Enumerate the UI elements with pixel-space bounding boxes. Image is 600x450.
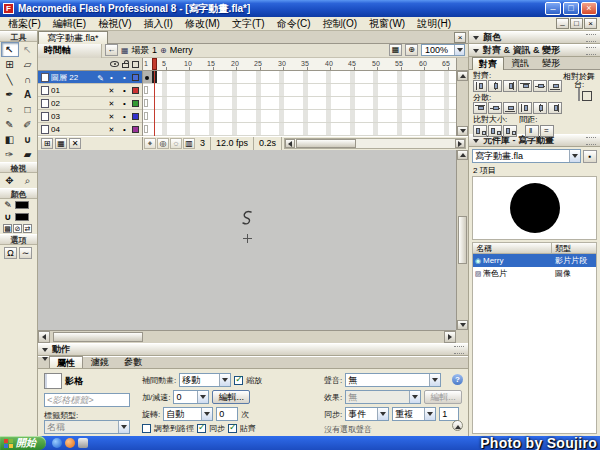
align-right-button[interactable] xyxy=(503,80,517,92)
rectangle-tool-icon[interactable] xyxy=(19,102,37,117)
layer-hidden-x-icon[interactable] xyxy=(106,112,117,121)
ease-stepper[interactable]: 0 xyxy=(173,390,209,404)
menu-modify[interactable]: 修改(M) xyxy=(179,17,226,30)
frame-row[interactable] xyxy=(143,84,456,97)
stroke-color-swatch[interactable] xyxy=(15,201,29,209)
layer-lock-dot[interactable] xyxy=(119,73,130,82)
layer-row[interactable]: 01 xyxy=(38,84,142,97)
onion-skin-button[interactable] xyxy=(157,138,169,149)
align-top-button[interactable] xyxy=(518,80,532,92)
onion-skin-outlines-button[interactable] xyxy=(170,138,182,149)
empty-keyframe[interactable] xyxy=(144,112,148,120)
quick-launch-icon-1[interactable] xyxy=(52,438,62,448)
menu-file[interactable]: 檔案(F) xyxy=(2,17,47,30)
quick-launch-icon-2[interactable] xyxy=(65,438,75,448)
tween-select[interactable]: 移動 xyxy=(179,373,231,387)
frame-row[interactable] xyxy=(143,123,456,136)
layer-outline-color[interactable] xyxy=(132,126,139,133)
layer-name[interactable]: 02 xyxy=(51,99,104,108)
space-horizontal-button[interactable] xyxy=(540,125,554,137)
free-transform-tool-icon[interactable] xyxy=(1,57,19,72)
dropdown-arrow-icon[interactable] xyxy=(377,408,388,420)
frame-row[interactable] xyxy=(143,110,456,123)
layer-outline-color[interactable] xyxy=(132,100,139,107)
layer-outline-color[interactable] xyxy=(132,87,139,94)
panel-collapse-icon[interactable] xyxy=(473,49,479,56)
subselection-tool-icon[interactable] xyxy=(19,42,37,57)
layer-hidden-x-icon[interactable] xyxy=(106,99,117,108)
delete-layer-button[interactable] xyxy=(69,138,81,149)
document-close-button[interactable] xyxy=(584,18,597,29)
drawn-stroke[interactable] xyxy=(236,208,262,232)
zoom-dropdown-icon[interactable] xyxy=(454,45,464,55)
dropdown-arrow-icon[interactable] xyxy=(424,408,435,420)
frame-row[interactable] xyxy=(143,71,456,84)
distribute-vcenter-button[interactable] xyxy=(488,102,502,114)
back-arrow-icon[interactable] xyxy=(105,44,118,56)
quick-launch-icon-3[interactable] xyxy=(78,438,88,448)
line-tool-icon[interactable] xyxy=(1,72,19,87)
new-layer-button[interactable] xyxy=(41,138,53,149)
scrollbar-thumb[interactable] xyxy=(53,332,143,342)
menu-text[interactable]: 文字(T) xyxy=(226,17,271,30)
eyedropper-tool-icon[interactable] xyxy=(1,147,19,162)
actions-panel-header[interactable]: 動作 xyxy=(38,343,468,356)
dropdown-arrow-icon[interactable] xyxy=(569,150,580,162)
column-type[interactable]: 類型 xyxy=(552,243,596,253)
match-height-button[interactable] xyxy=(488,125,502,137)
no-color-button[interactable] xyxy=(13,224,22,233)
align-bottom-button[interactable] xyxy=(548,80,562,92)
lock-column-header[interactable] xyxy=(120,60,131,68)
hand-tool-icon[interactable] xyxy=(1,173,19,188)
edit-scene-button[interactable] xyxy=(389,44,402,56)
center-frame-button[interactable] xyxy=(144,138,156,149)
document-minimize-button[interactable] xyxy=(556,18,569,29)
menu-view[interactable]: 檢視(V) xyxy=(92,17,137,30)
selection-tool-icon[interactable] xyxy=(1,42,19,57)
tab-align[interactable]: 對齊 xyxy=(472,57,504,70)
library-item-name[interactable]: Merry xyxy=(483,256,552,265)
layer-name[interactable]: 04 xyxy=(51,125,104,134)
help-icon[interactable] xyxy=(452,374,463,385)
zoom-combobox[interactable]: 100% xyxy=(421,44,465,56)
distribute-top-button[interactable] xyxy=(473,102,487,114)
layer-name[interactable]: 01 xyxy=(51,86,104,95)
show-hide-column-header[interactable] xyxy=(109,61,120,67)
layer-outline-color[interactable] xyxy=(132,74,139,81)
frame-ruler[interactable]: 1 5 10 15 20 25 30 35 40 45 50 55 60 65 xyxy=(143,58,456,70)
timeline-horizontal-scrollbar[interactable] xyxy=(284,138,466,149)
lasso-tool-icon[interactable] xyxy=(19,72,37,87)
scale-checkbox[interactable] xyxy=(234,376,243,385)
tab-transform[interactable]: 變形 xyxy=(536,57,566,70)
text-tool-icon[interactable] xyxy=(19,87,37,102)
dropdown-arrow-icon[interactable] xyxy=(429,374,440,386)
dropdown-arrow-icon[interactable] xyxy=(409,391,420,403)
minimize-button[interactable] xyxy=(545,2,561,15)
empty-keyframe[interactable] xyxy=(144,86,148,94)
fill-color-swatch[interactable] xyxy=(15,213,29,221)
scroll-down-icon[interactable] xyxy=(457,320,468,330)
menu-edit[interactable]: 編輯(E) xyxy=(47,17,92,30)
tab-info[interactable]: 資訊 xyxy=(505,57,535,70)
menu-control[interactable]: 控制(O) xyxy=(317,17,363,30)
dropdown-arrow-icon[interactable] xyxy=(118,421,129,433)
document-tab[interactable]: 寫字動畫.fla* xyxy=(38,31,108,44)
brush-tool-icon[interactable] xyxy=(19,117,37,132)
empty-keyframe[interactable] xyxy=(144,99,148,107)
layer-hidden-x-icon[interactable] xyxy=(106,86,117,95)
layer-lock-dot[interactable] xyxy=(119,112,130,121)
panel-collapse-icon[interactable] xyxy=(42,357,48,364)
stage-vertical-scrollbar[interactable] xyxy=(456,150,468,330)
edit-ease-button[interactable]: 編輯... xyxy=(212,390,250,404)
menu-help[interactable]: 說明(H) xyxy=(411,17,457,30)
frame-rate-value[interactable]: 12.0 fps xyxy=(211,137,254,150)
smooth-option-button[interactable] xyxy=(19,247,32,259)
scroll-left-icon[interactable] xyxy=(285,139,295,148)
layer-outline-color[interactable] xyxy=(132,113,139,120)
library-document-select[interactable]: 寫字動畫.fla xyxy=(472,149,581,163)
dropdown-arrow-icon[interactable] xyxy=(197,391,208,403)
layer-hidden-x-icon[interactable] xyxy=(106,125,117,134)
tab-parameters[interactable]: 參數 xyxy=(117,356,149,368)
layer-name[interactable]: 03 xyxy=(51,112,104,121)
scroll-up-icon[interactable] xyxy=(457,71,468,81)
